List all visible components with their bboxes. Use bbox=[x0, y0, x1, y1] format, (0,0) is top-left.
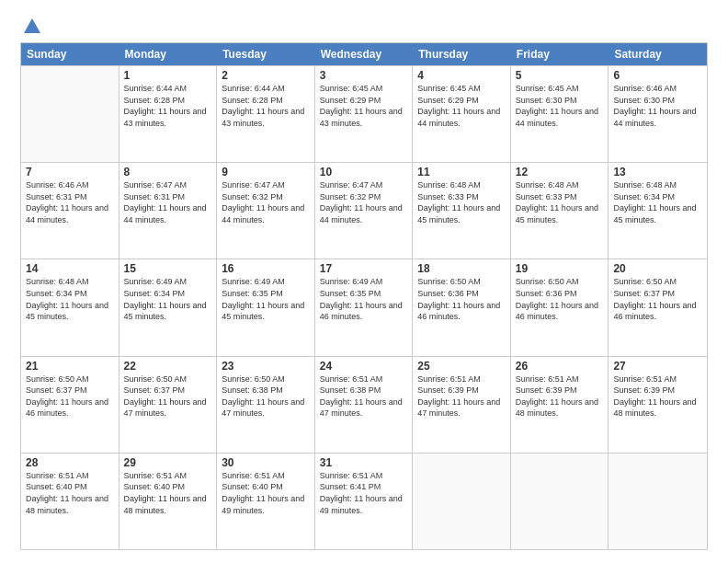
day-number: 1 bbox=[124, 69, 212, 82]
day-cell-15: 15Sunrise: 6:49 AM Sunset: 6:34 PM Dayli… bbox=[119, 259, 218, 355]
day-number: 13 bbox=[613, 166, 702, 178]
calendar-row-2: 7Sunrise: 6:46 AM Sunset: 6:31 PM Daylig… bbox=[21, 162, 707, 259]
day-info: Sunrise: 6:49 AM Sunset: 6:35 PM Dayligh… bbox=[222, 276, 310, 322]
day-info: Sunrise: 6:45 AM Sunset: 6:29 PM Dayligh… bbox=[417, 83, 506, 129]
day-cell-18: 18Sunrise: 6:50 AM Sunset: 6:36 PM Dayli… bbox=[413, 259, 511, 355]
day-cell-31: 31Sunrise: 6:51 AM Sunset: 6:41 PM Dayli… bbox=[315, 454, 414, 549]
day-cell-17: 17Sunrise: 6:49 AM Sunset: 6:35 PM Dayli… bbox=[315, 259, 414, 355]
weekday-header-tuesday: Tuesday bbox=[217, 43, 315, 65]
day-info: Sunrise: 6:49 AM Sunset: 6:35 PM Dayligh… bbox=[320, 276, 408, 322]
day-info: Sunrise: 6:46 AM Sunset: 6:31 PM Dayligh… bbox=[26, 179, 114, 225]
svg-marker-0 bbox=[24, 18, 40, 33]
day-info: Sunrise: 6:47 AM Sunset: 6:32 PM Dayligh… bbox=[320, 179, 408, 225]
day-info: Sunrise: 6:51 AM Sunset: 6:40 PM Dayligh… bbox=[124, 470, 212, 516]
day-info: Sunrise: 6:50 AM Sunset: 6:36 PM Dayligh… bbox=[516, 276, 604, 322]
day-number: 12 bbox=[516, 166, 604, 178]
day-info: Sunrise: 6:50 AM Sunset: 6:37 PM Dayligh… bbox=[613, 276, 702, 322]
day-info: Sunrise: 6:48 AM Sunset: 6:34 PM Dayligh… bbox=[613, 179, 702, 225]
day-number: 19 bbox=[516, 262, 604, 275]
day-cell-23: 23Sunrise: 6:50 AM Sunset: 6:38 PM Dayli… bbox=[217, 357, 315, 453]
day-number: 26 bbox=[516, 360, 604, 373]
logo-icon bbox=[22, 17, 42, 37]
day-number: 18 bbox=[417, 262, 506, 275]
day-cell-1: 1Sunrise: 6:44 AM Sunset: 6:28 PM Daylig… bbox=[119, 66, 218, 162]
day-cell-27: 27Sunrise: 6:51 AM Sunset: 6:39 PM Dayli… bbox=[609, 357, 707, 453]
calendar-row-3: 14Sunrise: 6:48 AM Sunset: 6:34 PM Dayli… bbox=[21, 259, 707, 355]
day-info: Sunrise: 6:45 AM Sunset: 6:30 PM Dayligh… bbox=[516, 83, 604, 129]
day-cell-19: 19Sunrise: 6:50 AM Sunset: 6:36 PM Dayli… bbox=[511, 259, 609, 355]
day-cell-29: 29Sunrise: 6:51 AM Sunset: 6:40 PM Dayli… bbox=[119, 454, 218, 549]
calendar: SundayMondayTuesdayWednesdayThursdayFrid… bbox=[20, 42, 708, 550]
day-number: 16 bbox=[222, 262, 310, 275]
day-number: 20 bbox=[613, 262, 702, 275]
day-cell-25: 25Sunrise: 6:51 AM Sunset: 6:39 PM Dayli… bbox=[413, 357, 511, 453]
day-info: Sunrise: 6:50 AM Sunset: 6:37 PM Dayligh… bbox=[26, 373, 114, 419]
calendar-row-1: 1Sunrise: 6:44 AM Sunset: 6:28 PM Daylig… bbox=[21, 65, 707, 162]
day-number: 10 bbox=[320, 166, 408, 178]
day-cell-16: 16Sunrise: 6:49 AM Sunset: 6:35 PM Dayli… bbox=[217, 259, 315, 355]
day-number: 14 bbox=[26, 262, 114, 275]
day-cell-26: 26Sunrise: 6:51 AM Sunset: 6:39 PM Dayli… bbox=[511, 357, 609, 453]
day-cell-10: 10Sunrise: 6:47 AM Sunset: 6:32 PM Dayli… bbox=[315, 163, 414, 259]
day-number: 5 bbox=[516, 69, 604, 82]
calendar-header: SundayMondayTuesdayWednesdayThursdayFrid… bbox=[21, 43, 707, 65]
logo bbox=[20, 17, 42, 33]
calendar-row-5: 28Sunrise: 6:51 AM Sunset: 6:40 PM Dayli… bbox=[21, 453, 707, 549]
day-number: 15 bbox=[124, 262, 212, 275]
day-cell-11: 11Sunrise: 6:48 AM Sunset: 6:33 PM Dayli… bbox=[413, 163, 511, 259]
weekday-header-saturday: Saturday bbox=[609, 43, 707, 65]
weekday-header-friday: Friday bbox=[511, 43, 609, 65]
weekday-header-thursday: Thursday bbox=[413, 43, 511, 65]
day-info: Sunrise: 6:51 AM Sunset: 6:39 PM Dayligh… bbox=[516, 373, 604, 419]
weekday-header-sunday: Sunday bbox=[21, 43, 119, 65]
day-number: 6 bbox=[613, 69, 702, 82]
weekday-header-monday: Monday bbox=[119, 43, 218, 65]
header bbox=[20, 17, 708, 33]
day-number: 11 bbox=[417, 166, 506, 178]
day-number: 31 bbox=[320, 456, 408, 469]
day-info: Sunrise: 6:51 AM Sunset: 6:40 PM Dayligh… bbox=[26, 470, 114, 516]
calendar-row-4: 21Sunrise: 6:50 AM Sunset: 6:37 PM Dayli… bbox=[21, 356, 707, 453]
day-cell-4: 4Sunrise: 6:45 AM Sunset: 6:29 PM Daylig… bbox=[413, 66, 511, 162]
day-info: Sunrise: 6:48 AM Sunset: 6:34 PM Dayligh… bbox=[26, 276, 114, 322]
day-number: 22 bbox=[124, 360, 212, 373]
day-number: 17 bbox=[320, 262, 408, 275]
day-info: Sunrise: 6:46 AM Sunset: 6:30 PM Dayligh… bbox=[613, 83, 702, 129]
day-cell-14: 14Sunrise: 6:48 AM Sunset: 6:34 PM Dayli… bbox=[21, 259, 119, 355]
day-number: 9 bbox=[222, 166, 310, 178]
day-number: 7 bbox=[26, 166, 114, 178]
empty-cell bbox=[511, 454, 609, 549]
day-info: Sunrise: 6:51 AM Sunset: 6:39 PM Dayligh… bbox=[417, 373, 506, 419]
day-info: Sunrise: 6:44 AM Sunset: 6:28 PM Dayligh… bbox=[222, 83, 310, 129]
day-cell-6: 6Sunrise: 6:46 AM Sunset: 6:30 PM Daylig… bbox=[609, 66, 707, 162]
day-cell-28: 28Sunrise: 6:51 AM Sunset: 6:40 PM Dayli… bbox=[21, 454, 119, 549]
day-number: 24 bbox=[320, 360, 408, 373]
day-number: 30 bbox=[222, 456, 310, 469]
day-info: Sunrise: 6:50 AM Sunset: 6:38 PM Dayligh… bbox=[222, 373, 310, 419]
day-info: Sunrise: 6:51 AM Sunset: 6:40 PM Dayligh… bbox=[222, 470, 310, 516]
day-number: 28 bbox=[26, 456, 114, 469]
day-info: Sunrise: 6:48 AM Sunset: 6:33 PM Dayligh… bbox=[516, 179, 604, 225]
day-cell-2: 2Sunrise: 6:44 AM Sunset: 6:28 PM Daylig… bbox=[217, 66, 315, 162]
day-cell-20: 20Sunrise: 6:50 AM Sunset: 6:37 PM Dayli… bbox=[609, 259, 707, 355]
day-number: 27 bbox=[613, 360, 702, 373]
day-info: Sunrise: 6:50 AM Sunset: 6:36 PM Dayligh… bbox=[417, 276, 506, 322]
day-number: 4 bbox=[417, 69, 506, 82]
day-info: Sunrise: 6:47 AM Sunset: 6:31 PM Dayligh… bbox=[124, 179, 212, 225]
day-number: 23 bbox=[222, 360, 310, 373]
day-cell-22: 22Sunrise: 6:50 AM Sunset: 6:37 PM Dayli… bbox=[119, 357, 218, 453]
day-cell-24: 24Sunrise: 6:51 AM Sunset: 6:38 PM Dayli… bbox=[315, 357, 414, 453]
day-cell-5: 5Sunrise: 6:45 AM Sunset: 6:30 PM Daylig… bbox=[511, 66, 609, 162]
day-cell-8: 8Sunrise: 6:47 AM Sunset: 6:31 PM Daylig… bbox=[119, 163, 218, 259]
day-info: Sunrise: 6:45 AM Sunset: 6:29 PM Dayligh… bbox=[320, 83, 408, 129]
day-info: Sunrise: 6:51 AM Sunset: 6:39 PM Dayligh… bbox=[613, 373, 702, 419]
empty-cell bbox=[21, 66, 119, 162]
day-number: 25 bbox=[417, 360, 506, 373]
day-cell-21: 21Sunrise: 6:50 AM Sunset: 6:37 PM Dayli… bbox=[21, 357, 119, 453]
day-number: 3 bbox=[320, 69, 408, 82]
day-info: Sunrise: 6:50 AM Sunset: 6:37 PM Dayligh… bbox=[124, 373, 212, 419]
page: SundayMondayTuesdayWednesdayThursdayFrid… bbox=[0, 0, 728, 563]
day-info: Sunrise: 6:49 AM Sunset: 6:34 PM Dayligh… bbox=[124, 276, 212, 322]
day-number: 29 bbox=[124, 456, 212, 469]
weekday-header-wednesday: Wednesday bbox=[315, 43, 414, 65]
